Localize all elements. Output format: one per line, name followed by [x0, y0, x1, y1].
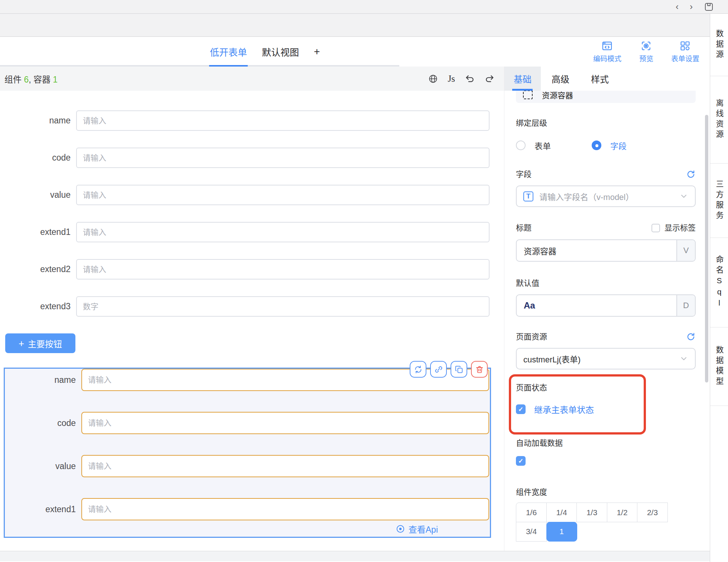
- name-input[interactable]: [76, 110, 490, 131]
- redo-icon[interactable]: [485, 74, 494, 84]
- subform-row: value: [5, 455, 490, 477]
- view-api-label: 查看Api: [409, 523, 438, 535]
- field-select[interactable]: T 请输入字段名（v-model）: [516, 185, 696, 207]
- auto-load-label: 自动加载数据: [516, 438, 696, 448]
- add-view-button[interactable]: +: [314, 46, 320, 58]
- form-row: name: [0, 110, 504, 131]
- view-api-link[interactable]: 查看Api: [396, 523, 438, 535]
- undo-icon[interactable]: [465, 74, 475, 84]
- form-settings-button[interactable]: 表单设置: [671, 40, 699, 63]
- header-toolbar: 编码模式 预览 表单设置: [593, 40, 699, 63]
- width-option-1-3[interactable]: 1/3: [576, 503, 607, 522]
- subform-code-input[interactable]: [81, 412, 489, 434]
- component-width-label: 组件宽度: [516, 487, 696, 497]
- sidebar-item-third-party-service[interactable]: 三方服务: [710, 164, 728, 238]
- preview-label: 预览: [639, 53, 653, 63]
- refresh-fields-icon[interactable]: [686, 169, 696, 179]
- field-label: value: [0, 190, 76, 200]
- tab-default-view[interactable]: 默认视图: [262, 37, 299, 67]
- binding-level-label: 绑定层级: [516, 118, 696, 128]
- link-button[interactable]: [430, 361, 447, 378]
- nav-back-icon[interactable]: ‹: [676, 2, 679, 11]
- width-button-group: 1/6 1/4 1/3 1/2 2/3 3/4 1: [516, 503, 671, 541]
- tab-low-code-form[interactable]: 低开表单: [210, 37, 247, 67]
- code-input[interactable]: [76, 148, 490, 168]
- save-icon[interactable]: [704, 2, 714, 12]
- show-label-checkbox[interactable]: [651, 224, 660, 232]
- footer-strip: [0, 551, 710, 561]
- title-input[interactable]: 资源容器: [517, 240, 676, 261]
- selected-subform-container[interactable]: name code value: [4, 368, 491, 538]
- subform-extend1-input[interactable]: [81, 498, 489, 520]
- page-resource-select[interactable]: custmerLj(表单): [516, 348, 696, 369]
- delete-button[interactable]: [471, 361, 488, 378]
- title-section-label: 标题: [516, 223, 532, 233]
- sidebar-item-data-source[interactable]: 数据源: [710, 14, 728, 76]
- canvas-header: 组件 6, 容器 1 Js: [0, 67, 504, 91]
- page-state-label: 页面状态: [516, 382, 696, 393]
- component-count: 6: [24, 75, 29, 84]
- sync-button[interactable]: [410, 361, 426, 378]
- plus-icon: +: [19, 339, 24, 348]
- container-count: 1: [53, 75, 58, 84]
- copy-icon: [455, 365, 464, 374]
- code-mode-icon: [601, 40, 613, 52]
- tree-item-resource-container[interactable]: 资源容器: [516, 91, 696, 103]
- form-row: code: [0, 148, 504, 168]
- radio-form-label[interactable]: 表单: [534, 139, 551, 151]
- radio-form[interactable]: [516, 140, 526, 150]
- field-label: value: [5, 461, 81, 471]
- value-input[interactable]: [76, 185, 490, 205]
- radio-field-label[interactable]: 字段: [610, 139, 627, 151]
- primary-button[interactable]: + 主要按钮: [5, 333, 75, 353]
- field-label: name: [5, 375, 81, 385]
- field-label: extend1: [5, 504, 81, 514]
- code-mode-button[interactable]: 编码模式: [593, 40, 621, 63]
- tab-style[interactable]: 样式: [580, 67, 620, 91]
- sync-icon: [414, 365, 423, 374]
- form-row: extend2: [0, 259, 504, 280]
- default-value-input[interactable]: Aa: [517, 295, 676, 316]
- width-option-2-3[interactable]: 2/3: [637, 503, 668, 522]
- extend1-input[interactable]: [76, 222, 490, 242]
- auto-load-checkbox[interactable]: ✓: [516, 456, 526, 466]
- width-option-1-6[interactable]: 1/6: [516, 503, 547, 522]
- width-option-1-4[interactable]: 1/4: [546, 503, 577, 522]
- width-option-3-4[interactable]: 3/4: [516, 522, 547, 542]
- extend3-input[interactable]: [76, 296, 490, 317]
- title-input-group: 资源容器 V: [516, 239, 696, 262]
- copy-button[interactable]: [451, 361, 467, 378]
- inherit-state-label[interactable]: 继承主表单状态: [534, 403, 594, 416]
- tab-advanced[interactable]: 高级: [541, 67, 580, 91]
- nav-forward-icon[interactable]: ›: [690, 2, 693, 11]
- settings-panel: 基础 高级 样式 资源容器 绑定层级 表单: [504, 67, 710, 551]
- binding-level-radios: 表单 字段: [516, 139, 696, 151]
- field-section-label: 字段: [516, 169, 532, 180]
- chevron-down-icon: [679, 354, 688, 363]
- subform-value-input[interactable]: [81, 455, 489, 477]
- default-value-d-button[interactable]: D: [676, 295, 695, 316]
- sidebar-item-data-model[interactable]: 数据模型: [710, 327, 728, 406]
- panel-scrollbar[interactable]: [705, 115, 708, 382]
- js-editor-button[interactable]: Js: [448, 74, 455, 84]
- secondary-topbar: [0, 14, 710, 37]
- form-row: value: [0, 185, 504, 205]
- default-value-group: Aa D: [516, 294, 696, 317]
- field-label: extend2: [0, 264, 76, 274]
- width-option-1[interactable]: 1: [546, 522, 577, 542]
- form-settings-label: 表单设置: [671, 53, 699, 63]
- component-count-summary: 组件 6, 容器 1: [4, 72, 58, 85]
- globe-icon[interactable]: [428, 74, 438, 84]
- title-variable-button[interactable]: V: [676, 240, 695, 261]
- sidebar-item-named-sql[interactable]: 命名Sql: [710, 238, 728, 327]
- tab-basic[interactable]: 基础: [504, 67, 541, 91]
- width-option-1-2[interactable]: 1/2: [607, 503, 638, 522]
- extend2-input[interactable]: [76, 259, 490, 280]
- sidebar-item-offline-resource[interactable]: 离线资源: [710, 76, 728, 164]
- preview-eye-icon: [640, 40, 652, 52]
- radio-field[interactable]: [592, 140, 601, 150]
- inherit-state-checkbox[interactable]: ✓: [516, 404, 526, 414]
- tree-item-label: 资源容器: [542, 91, 573, 100]
- preview-button[interactable]: 预览: [639, 40, 653, 63]
- refresh-resource-icon[interactable]: [686, 332, 696, 342]
